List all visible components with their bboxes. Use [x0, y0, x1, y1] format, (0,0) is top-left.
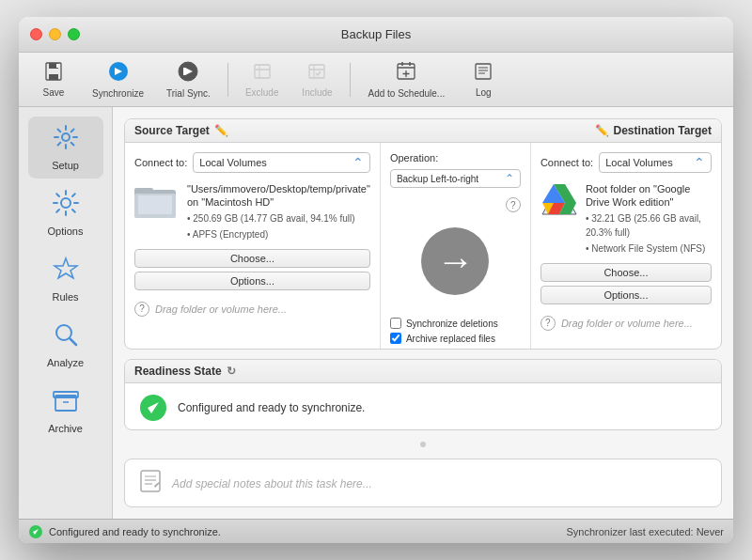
source-folder-name: "Users/immovero/Desktop/temp/private" on…	[187, 182, 370, 210]
status-message: Configured and ready to synchronize.	[49, 526, 221, 537]
dest-drag-text: Drag folder or volume here...	[561, 318, 693, 329]
separator-1	[227, 63, 228, 97]
edit-source-icon[interactable]: ✏️	[214, 124, 228, 137]
sidebar-item-setup[interactable]: Setup	[28, 117, 103, 179]
operation-help-button[interactable]: ?	[506, 197, 521, 212]
maximize-button[interactable]	[68, 28, 80, 40]
source-folder-details: "Users/immovero/Desktop/temp/private" on…	[187, 182, 370, 241]
source-volume-arrow: ⌃	[352, 155, 364, 170]
dest-connect-label: Connect to:	[540, 157, 593, 168]
add-to-schedule-label: Add to Schedule...	[368, 88, 445, 99]
svg-point-26	[61, 198, 70, 208]
save-button[interactable]: Save	[28, 57, 79, 101]
svg-rect-9	[255, 65, 270, 78]
content-area: Source Target ✏️ ✏️ Destination Target C…	[113, 107, 733, 519]
dest-options-button[interactable]: Options...	[540, 286, 712, 304]
dest-help-badge[interactable]: ?	[540, 316, 556, 331]
dest-folder-meta-1: • 32.21 GB (25.66 GB avail, 20.3% full)	[586, 211, 712, 240]
dest-folder-details: Root folder on "Google Drive Work editio…	[586, 182, 712, 256]
svg-point-25	[62, 133, 70, 141]
sidebar-item-archive[interactable]: Archive	[28, 380, 103, 442]
readiness-title-label: Readiness State	[134, 365, 222, 378]
sidebar-item-rules[interactable]: Rules	[28, 248, 103, 310]
log-button[interactable]: Log	[458, 57, 509, 101]
source-target-title: Source Target ✏️	[134, 124, 228, 137]
dest-choose-button[interactable]: Choose...	[540, 263, 712, 282]
source-folder-info: "Users/immovero/Desktop/temp/private" on…	[134, 182, 370, 241]
notes-icon	[138, 469, 163, 499]
separator-2	[350, 63, 351, 97]
dest-folder-info: Root folder on "Google Drive Work editio…	[540, 182, 712, 256]
source-help-badge[interactable]: ?	[134, 302, 149, 317]
exclude-button[interactable]: Exclude	[236, 57, 289, 101]
dest-drag-hint: ? Drag folder or volume here...	[540, 312, 712, 334]
save-icon	[43, 61, 64, 86]
source-volume-select[interactable]: Local Volumes ⌃	[193, 152, 370, 173]
source-drag-hint: ? Drag folder or volume here...	[134, 298, 370, 320]
svg-rect-1	[49, 74, 58, 80]
title-bar: Backup Files	[19, 17, 733, 53]
source-folder-icon	[134, 182, 180, 220]
destination-section: Connect to: Local Volumes ⌃	[531, 143, 721, 350]
source-target-panel: Source Target ✏️ ✏️ Destination Target C…	[124, 118, 722, 350]
svg-rect-46	[141, 471, 160, 491]
trial-sync-icon	[177, 60, 199, 86]
notes-placeholder[interactable]: Add special notes about this task here..…	[172, 477, 372, 490]
source-section: Connect to: Local Volumes ⌃	[125, 143, 381, 350]
source-drag-text: Drag folder or volume here...	[155, 303, 287, 315]
sidebar-item-setup-label: Setup	[52, 160, 79, 171]
include-label: Include	[302, 87, 332, 98]
sidebar-item-rules-label: Rules	[52, 291, 78, 303]
sync-deletions-checkbox[interactable]	[390, 318, 401, 329]
add-to-schedule-icon	[395, 60, 417, 86]
source-options-button[interactable]: Options...	[134, 272, 370, 290]
sidebar-item-options-label: Options	[48, 226, 84, 237]
operation-select[interactable]: Backup Left-to-right ⌃	[390, 169, 521, 188]
direction-arrow-icon: →	[436, 242, 474, 280]
svg-rect-35	[134, 188, 153, 194]
source-folder-meta-2: • APFS (Encrypted)	[187, 227, 370, 241]
synchronize-label: Synchronize	[92, 88, 144, 99]
close-button[interactable]	[30, 28, 42, 40]
scroll-dot	[420, 442, 426, 447]
sidebar-item-analyze[interactable]: Analyze	[28, 314, 103, 376]
status-bar: Configured and ready to synchronize. Syn…	[19, 519, 733, 543]
archive-replaced-label: Archive replaced files	[406, 334, 495, 344]
readiness-header: Readiness State ↻	[125, 360, 721, 383]
save-label: Save	[43, 87, 65, 98]
trial-sync-button[interactable]: Trial Sync.	[157, 56, 220, 102]
svg-rect-12	[309, 65, 324, 78]
svg-marker-50	[154, 482, 160, 488]
main-window: Backup Files Save Sync	[19, 17, 733, 543]
synchronize-icon	[107, 60, 130, 86]
synchronize-button[interactable]: Synchronize	[83, 56, 153, 102]
log-label: Log	[476, 87, 492, 98]
dest-volume-select[interactable]: Local Volumes ⌃	[599, 152, 712, 173]
analyze-icon	[53, 321, 79, 354]
source-choose-button[interactable]: Choose...	[134, 249, 370, 268]
exclude-label: Exclude	[245, 87, 279, 98]
rules-icon	[53, 256, 79, 288]
minimize-button[interactable]	[49, 28, 61, 40]
svg-marker-27	[55, 258, 77, 278]
include-button[interactable]: Include	[291, 57, 342, 101]
archive-replaced-checkbox[interactable]	[390, 333, 401, 344]
operation-select-arrow: ⌃	[505, 172, 514, 185]
operation-arrow-circle: →	[421, 227, 489, 295]
operation-label: Operation:	[390, 152, 438, 163]
log-icon	[473, 61, 494, 86]
source-folder-meta-1: • 250.69 GB (14.77 GB avail, 94.1% full)	[187, 211, 370, 226]
edit-dest-icon[interactable]: ✏️	[595, 124, 609, 137]
include-icon	[306, 61, 327, 86]
dest-buttons: Choose... Options...	[540, 263, 712, 304]
add-to-schedule-button[interactable]: Add to Schedule...	[358, 56, 454, 102]
operation-value: Backup Left-to-right	[397, 174, 505, 184]
readiness-refresh-icon[interactable]: ↻	[227, 365, 236, 378]
notes-panel: Add special notes about this task here..…	[124, 459, 722, 507]
destination-target-title: ✏️ Destination Target	[595, 124, 712, 137]
dest-folder-meta-2: • Network File System (NFS)	[586, 241, 712, 256]
sidebar-item-options[interactable]: Options	[28, 182, 103, 244]
svg-rect-8	[183, 68, 186, 75]
dest-connect-row: Connect to: Local Volumes ⌃	[540, 152, 712, 173]
status-last-executed: Synchronizer last executed: Never	[566, 526, 724, 537]
